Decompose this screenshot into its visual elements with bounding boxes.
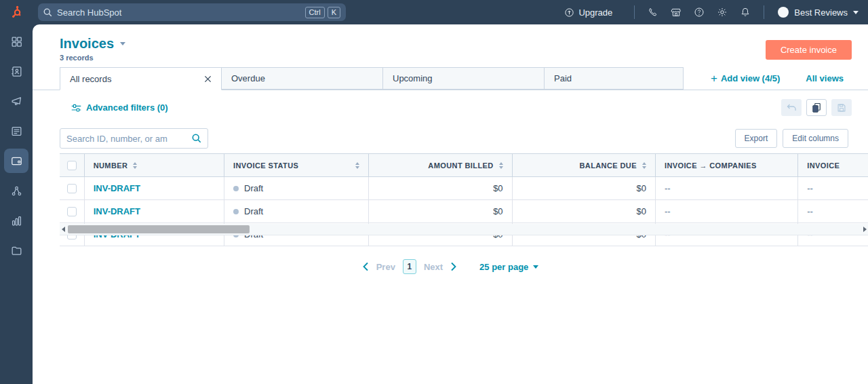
- table-search-input[interactable]: [66, 134, 192, 144]
- add-view-button[interactable]: + Add view (4/5): [711, 72, 780, 85]
- all-views-button[interactable]: All views: [806, 73, 844, 83]
- create-invoice-button[interactable]: Create invoice: [766, 40, 852, 60]
- marketplace-button[interactable]: [665, 7, 688, 18]
- sidebar-item-content[interactable]: [4, 119, 28, 143]
- sidebar-item-commerce[interactable]: [4, 149, 28, 173]
- table-row[interactable]: INV-DRAFT Draft $0 $0 -- --: [60, 177, 868, 200]
- invoice-number-link[interactable]: INV-DRAFT: [94, 206, 140, 216]
- prev-label[interactable]: Prev: [376, 262, 395, 272]
- next-label[interactable]: Next: [424, 262, 443, 272]
- save-icon: [837, 103, 846, 113]
- column-header-number[interactable]: NUMBER: [85, 154, 224, 176]
- tab-label: Overdue: [231, 73, 265, 83]
- scroll-right-icon[interactable]: [861, 227, 868, 232]
- upgrade-icon: [564, 7, 574, 18]
- page-number[interactable]: 1: [403, 259, 416, 274]
- all-views-label: All views: [806, 73, 844, 83]
- calling-button[interactable]: [642, 7, 665, 18]
- advanced-filters-label: Advanced filters (0): [86, 102, 168, 113]
- save-view-button[interactable]: [831, 99, 852, 116]
- row-checkbox[interactable]: [67, 207, 77, 216]
- settings-button[interactable]: [711, 7, 734, 18]
- edit-columns-button[interactable]: Edit columns: [783, 129, 848, 148]
- companies-value: --: [665, 183, 671, 193]
- amount-billed: $0: [493, 206, 502, 216]
- chevron-down-icon: [533, 265, 538, 269]
- avatar: [778, 7, 789, 18]
- close-icon[interactable]: [204, 75, 212, 83]
- scrollbar-thumb[interactable]: [68, 225, 250, 233]
- undo-button[interactable]: [781, 99, 802, 116]
- companies-value: --: [665, 206, 671, 216]
- table-search[interactable]: [60, 128, 208, 149]
- tab-upcoming[interactable]: Upcoming: [382, 67, 545, 90]
- pagination: Prev 1 Next 25 per page: [33, 259, 868, 274]
- gear-icon: [717, 7, 728, 18]
- copy-icon: [812, 102, 821, 113]
- sort-icon[interactable]: [499, 162, 503, 169]
- global-search[interactable]: Ctrl K: [38, 3, 346, 21]
- per-page-selector[interactable]: 25 per page: [479, 262, 538, 272]
- topbar-divider: [764, 5, 764, 19]
- wallet-icon: [10, 155, 23, 168]
- tab-overdue[interactable]: Overdue: [221, 67, 383, 90]
- prev-page-chevron-icon[interactable]: [362, 262, 369, 271]
- bell-icon: [740, 7, 751, 18]
- filters-icon: [71, 103, 81, 113]
- shortcut-key-ctrl: Ctrl: [305, 7, 325, 18]
- page-title[interactable]: Invoices: [60, 36, 125, 52]
- help-button[interactable]: [688, 7, 711, 18]
- tab-label: Upcoming: [393, 73, 433, 83]
- contacts-value: --: [807, 206, 813, 216]
- megaphone-icon: [10, 95, 23, 108]
- content-background: Invoices 3 records Create invoice All re…: [33, 24, 868, 384]
- table-row[interactable]: INV-DRAFT Draft $0 $0 -- --: [60, 200, 868, 223]
- tab-label: All records: [70, 74, 111, 84]
- column-header-amount-billed[interactable]: AMOUNT BILLED: [369, 154, 512, 176]
- account-name: Best Reviews: [794, 7, 848, 18]
- invoice-number-link[interactable]: INV-DRAFT: [94, 183, 140, 193]
- sidebar-item-reporting[interactable]: [4, 208, 28, 233]
- topbar-divider: [634, 5, 635, 19]
- tab-paid[interactable]: Paid: [544, 67, 684, 90]
- workflows-icon: [10, 185, 23, 197]
- column-header-invoice-contacts[interactable]: INVOICE: [798, 154, 868, 176]
- horizontal-scrollbar[interactable]: [60, 224, 868, 235]
- account-menu[interactable]: Best Reviews: [778, 7, 859, 18]
- next-page-chevron-icon[interactable]: [450, 262, 457, 271]
- hubspot-sprocket-icon: [9, 5, 24, 20]
- sort-icon[interactable]: [355, 162, 359, 169]
- plus-icon: +: [711, 72, 717, 85]
- column-header-balance-due[interactable]: BALANCE DUE: [513, 154, 656, 176]
- balance-due: $0: [636, 183, 646, 193]
- sort-icon[interactable]: [133, 162, 137, 169]
- sidebar-item-crm[interactable]: [4, 59, 28, 83]
- select-all-checkbox[interactable]: [67, 161, 77, 170]
- hubspot-logo[interactable]: [0, 5, 33, 20]
- scroll-left-icon[interactable]: [60, 227, 66, 232]
- view-tabs: All records Overdue Upcoming Paid + Add …: [33, 67, 868, 90]
- advanced-filters-button[interactable]: Advanced filters (0): [71, 102, 168, 113]
- global-search-input[interactable]: [57, 7, 302, 18]
- tab-all-records[interactable]: All records: [60, 67, 222, 90]
- sidebar-item-dashboards[interactable]: [4, 29, 28, 54]
- add-view-label: Add view (4/5): [721, 73, 780, 83]
- invoice-status: Draft: [244, 183, 263, 193]
- upgrade-button[interactable]: Upgrade: [564, 7, 612, 18]
- upgrade-label: Upgrade: [578, 7, 612, 18]
- contacts-value: --: [807, 183, 813, 193]
- row-checkbox[interactable]: [67, 184, 77, 193]
- notifications-button[interactable]: [734, 7, 757, 18]
- sort-icon[interactable]: [642, 162, 646, 169]
- sidebar-item-automations[interactable]: [4, 178, 28, 203]
- status-dot-icon: [233, 209, 239, 214]
- export-button[interactable]: Export: [735, 129, 778, 148]
- sidebar-item-marketing[interactable]: [4, 89, 28, 113]
- chevron-down-icon: [853, 11, 859, 14]
- scrollbar-track[interactable]: [66, 224, 861, 235]
- sidebar-item-library[interactable]: [4, 238, 28, 263]
- copy-view-button[interactable]: [806, 99, 827, 116]
- column-header-invoice-status[interactable]: INVOICE STATUS: [224, 154, 369, 176]
- column-header-invoice-companies[interactable]: INVOICE → COMPANIES: [656, 154, 798, 176]
- contacts-icon: [10, 65, 23, 78]
